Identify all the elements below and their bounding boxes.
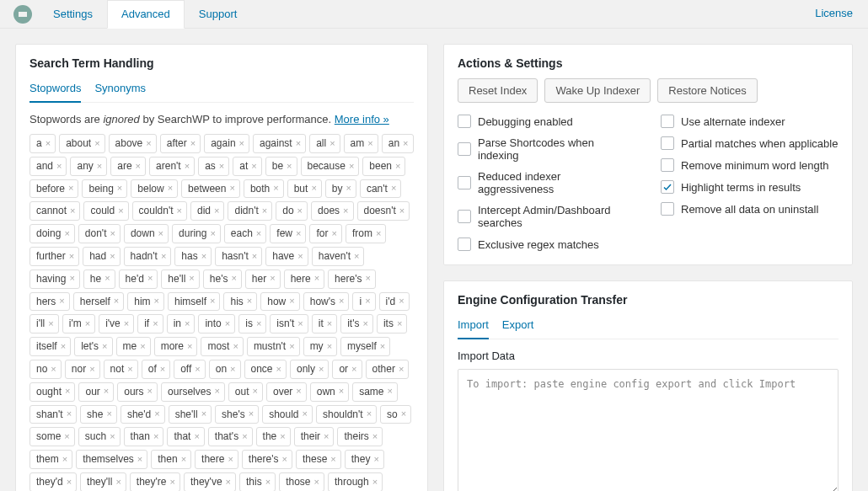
remove-tag-icon[interactable]: ×: [273, 182, 278, 195]
remove-tag-icon[interactable]: ×: [376, 227, 381, 240]
nav-tab-support[interactable]: Support: [185, 0, 252, 28]
remove-tag-icon[interactable]: ×: [210, 227, 215, 240]
remove-tag-icon[interactable]: ×: [56, 160, 62, 173]
remove-tag-icon[interactable]: ×: [62, 453, 67, 466]
remove-tag-icon[interactable]: ×: [181, 453, 186, 466]
remove-tag-icon[interactable]: ×: [46, 137, 51, 150]
remove-tag-icon[interactable]: ×: [153, 430, 158, 443]
remove-tag-icon[interactable]: ×: [226, 476, 231, 488]
remove-tag-icon[interactable]: ×: [327, 340, 332, 353]
remove-tag-icon[interactable]: ×: [118, 205, 123, 217]
remove-tag-icon[interactable]: ×: [185, 318, 190, 330]
remove-tag-icon[interactable]: ×: [154, 295, 159, 307]
remove-tag-icon[interactable]: ×: [391, 182, 396, 195]
remove-tag-icon[interactable]: ×: [330, 137, 335, 150]
remove-tag-icon[interactable]: ×: [127, 363, 132, 376]
remove-tag-icon[interactable]: ×: [64, 227, 69, 240]
remove-tag-icon[interactable]: ×: [296, 385, 301, 398]
remove-tag-icon[interactable]: ×: [158, 227, 163, 240]
remove-tag-icon[interactable]: ×: [177, 205, 182, 217]
checkbox[interactable]: [661, 136, 674, 150]
remove-tag-icon[interactable]: ×: [67, 408, 72, 420]
remove-tag-icon[interactable]: ×: [354, 250, 359, 263]
remove-tag-icon[interactable]: ×: [110, 250, 115, 263]
remove-tag-icon[interactable]: ×: [253, 385, 258, 398]
license-link[interactable]: License: [800, 0, 868, 28]
remove-tag-icon[interactable]: ×: [362, 318, 367, 330]
remove-tag-icon[interactable]: ×: [225, 318, 230, 330]
remove-tag-icon[interactable]: ×: [276, 363, 281, 376]
remove-tag-icon[interactable]: ×: [117, 182, 122, 195]
remove-tag-icon[interactable]: ×: [48, 318, 53, 330]
remove-tag-icon[interactable]: ×: [327, 318, 332, 330]
remove-tag-icon[interactable]: ×: [296, 227, 301, 240]
remove-tag-icon[interactable]: ×: [270, 272, 275, 285]
remove-tag-icon[interactable]: ×: [297, 250, 303, 263]
remove-tag-icon[interactable]: ×: [140, 340, 145, 353]
remove-tag-icon[interactable]: ×: [65, 385, 70, 398]
remove-tag-icon[interactable]: ×: [51, 363, 56, 376]
remove-tag-icon[interactable]: ×: [265, 476, 271, 488]
remove-tag-icon[interactable]: ×: [210, 295, 215, 307]
remove-tag-icon[interactable]: ×: [124, 318, 129, 330]
subtab-stopwords[interactable]: Stopwords: [29, 78, 81, 103]
remove-tag-icon[interactable]: ×: [61, 340, 66, 353]
remove-tag-icon[interactable]: ×: [339, 385, 344, 398]
remove-tag-icon[interactable]: ×: [68, 182, 73, 195]
wake-up-indexer-button[interactable]: Wake Up Indexer: [544, 78, 651, 103]
remove-tag-icon[interactable]: ×: [201, 250, 206, 263]
subtab-synonyms[interactable]: Synonyms: [94, 78, 146, 103]
remove-tag-icon[interactable]: ×: [161, 250, 166, 263]
remove-tag-icon[interactable]: ×: [189, 272, 194, 285]
remove-tag-icon[interactable]: ×: [330, 453, 335, 466]
remove-tag-icon[interactable]: ×: [70, 205, 75, 217]
remove-tag-icon[interactable]: ×: [324, 430, 329, 443]
remove-tag-icon[interactable]: ×: [372, 430, 378, 443]
remove-tag-icon[interactable]: ×: [110, 227, 115, 240]
checkbox[interactable]: [661, 158, 674, 172]
restore-notices-button[interactable]: Restore Notices: [657, 78, 757, 103]
remove-tag-icon[interactable]: ×: [242, 430, 247, 443]
remove-tag-icon[interactable]: ×: [319, 363, 324, 376]
checkbox[interactable]: [458, 115, 471, 128]
checkbox[interactable]: [458, 237, 471, 251]
remove-tag-icon[interactable]: ×: [219, 160, 224, 173]
remove-tag-icon[interactable]: ×: [94, 137, 99, 150]
remove-tag-icon[interactable]: ×: [311, 182, 316, 195]
remove-tag-icon[interactable]: ×: [194, 430, 199, 443]
remove-tag-icon[interactable]: ×: [289, 295, 294, 307]
import-textarea[interactable]: [458, 369, 839, 491]
remove-tag-icon[interactable]: ×: [110, 430, 115, 443]
remove-tag-icon[interactable]: ×: [115, 476, 121, 488]
remove-tag-icon[interactable]: ×: [346, 182, 351, 195]
remove-tag-icon[interactable]: ×: [296, 137, 301, 150]
remove-tag-icon[interactable]: ×: [403, 137, 408, 150]
remove-tag-icon[interactable]: ×: [59, 295, 64, 307]
remove-tag-icon[interactable]: ×: [85, 318, 90, 330]
remove-tag-icon[interactable]: ×: [154, 408, 159, 420]
remove-tag-icon[interactable]: ×: [287, 160, 292, 173]
remove-tag-icon[interactable]: ×: [147, 272, 153, 285]
remove-tag-icon[interactable]: ×: [104, 385, 109, 398]
remove-tag-icon[interactable]: ×: [397, 318, 402, 330]
remove-tag-icon[interactable]: ×: [102, 340, 107, 353]
remove-tag-icon[interactable]: ×: [233, 340, 238, 353]
remove-tag-icon[interactable]: ×: [231, 272, 236, 285]
checkbox[interactable]: [458, 176, 471, 189]
remove-tag-icon[interactable]: ×: [104, 272, 110, 285]
remove-tag-icon[interactable]: ×: [282, 453, 287, 466]
checkbox[interactable]: [458, 142, 471, 156]
remove-tag-icon[interactable]: ×: [303, 408, 308, 420]
remove-tag-icon[interactable]: ×: [69, 272, 74, 285]
remove-tag-icon[interactable]: ×: [190, 137, 196, 150]
reset-index-button[interactable]: Reset Index: [458, 78, 538, 103]
remove-tag-icon[interactable]: ×: [343, 205, 348, 217]
remove-tag-icon[interactable]: ×: [297, 205, 303, 217]
remove-tag-icon[interactable]: ×: [395, 160, 400, 173]
remove-tag-icon[interactable]: ×: [137, 453, 142, 466]
remove-tag-icon[interactable]: ×: [187, 340, 192, 353]
remove-tag-icon[interactable]: ×: [365, 295, 370, 307]
checkbox[interactable]: [458, 210, 471, 223]
remove-tag-icon[interactable]: ×: [153, 318, 158, 330]
remove-tag-icon[interactable]: ×: [349, 160, 354, 173]
